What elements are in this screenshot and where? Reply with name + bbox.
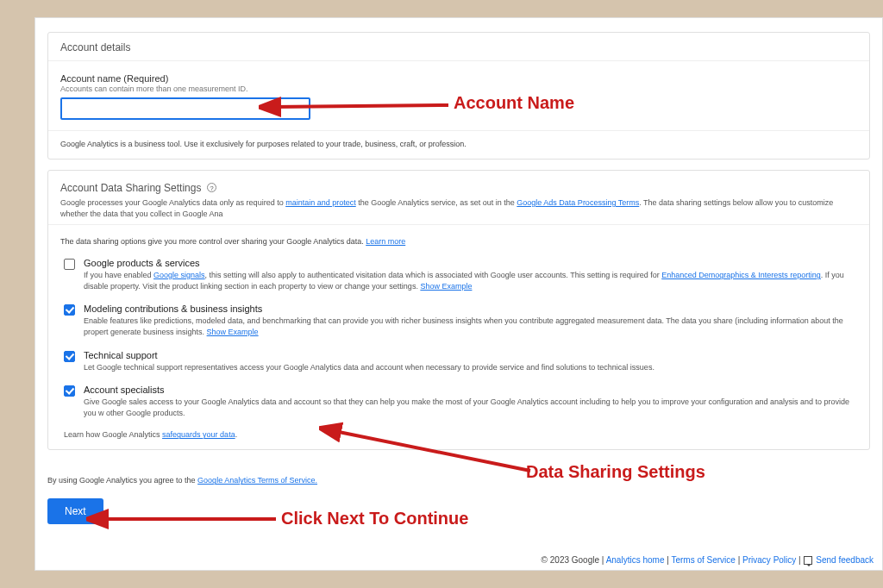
footer-analytics-home[interactable]: Analytics home bbox=[606, 555, 665, 565]
business-tool-disclaimer: Google Analytics is a business tool. Use… bbox=[48, 130, 869, 159]
checkbox-account-specialists[interactable] bbox=[64, 385, 75, 397]
data-sharing-body: The data sharing options give you more c… bbox=[48, 225, 869, 449]
checkbox-google-products[interactable] bbox=[64, 259, 75, 270]
show-example-link[interactable]: Show Example bbox=[207, 328, 259, 336]
option-desc: Enable features like predictions, modele… bbox=[84, 316, 857, 337]
option-content: Modeling contributions & business insigh… bbox=[84, 303, 857, 337]
account-details-panel: Account details Account name (Required) … bbox=[47, 32, 870, 160]
checkbox-modeling[interactable] bbox=[64, 304, 75, 316]
maintain-protect-link[interactable]: maintain and protect bbox=[285, 198, 356, 207]
data-sharing-title: Account Data Sharing Settings bbox=[60, 182, 201, 194]
option-google-products: Google products & services If you have e… bbox=[60, 258, 857, 291]
option-content: Account specialists Give Google sales ac… bbox=[84, 385, 857, 418]
help-icon[interactable]: ? bbox=[207, 183, 216, 192]
option-modeling: Modeling contributions & business insigh… bbox=[60, 303, 857, 337]
feedback-icon bbox=[804, 556, 812, 565]
google-signals-link[interactable]: Google signals bbox=[153, 271, 205, 279]
option-desc: Let Google technical support representat… bbox=[84, 362, 857, 373]
account-name-input[interactable] bbox=[60, 97, 310, 120]
data-sharing-header: Account Data Sharing Settings ? Google p… bbox=[48, 171, 869, 225]
data-sharing-intro: The data sharing options give you more c… bbox=[60, 237, 857, 246]
option-technical-support: Technical support Let Google technical s… bbox=[60, 350, 857, 373]
option-title: Technical support bbox=[84, 350, 857, 360]
safeguards-row: Learn how Google Analytics safeguards yo… bbox=[60, 430, 857, 439]
option-title: Google products & services bbox=[84, 258, 857, 268]
enhanced-demographics-link[interactable]: Enhanced Demographics & Interests report… bbox=[661, 271, 821, 279]
account-name-sublabel: Accounts can contain more than one measu… bbox=[60, 84, 857, 93]
option-desc: If you have enabled Google signals, this… bbox=[84, 270, 857, 291]
footer-send-feedback[interactable]: Send feedback bbox=[816, 555, 874, 565]
terms-of-service-link[interactable]: Google Analytics Terms of Service. bbox=[197, 476, 317, 485]
setup-page: Account details Account name (Required) … bbox=[34, 17, 883, 571]
account-name-label: Account name (Required) bbox=[60, 73, 857, 84]
safeguards-link[interactable]: safeguards your data bbox=[162, 430, 235, 439]
content-area: Account details Account name (Required) … bbox=[35, 18, 882, 543]
next-button[interactable]: Next bbox=[47, 498, 103, 524]
agree-row: By using Google Analytics you agree to t… bbox=[47, 460, 870, 493]
option-account-specialists: Account specialists Give Google sales ac… bbox=[60, 385, 857, 418]
ds-intro-pre: The data sharing options give you more c… bbox=[60, 237, 366, 246]
ds-sub-pre: Google processes your Google Analytics d… bbox=[60, 198, 285, 207]
data-sharing-subtext: Google processes your Google Analytics d… bbox=[60, 197, 857, 219]
data-sharing-panel: Account Data Sharing Settings ? Google p… bbox=[47, 170, 870, 450]
page-footer: © 2023 Google | Analytics home | Terms o… bbox=[35, 555, 874, 565]
account-details-header: Account details bbox=[48, 33, 869, 61]
option-title: Account specialists bbox=[84, 385, 857, 395]
learn-more-link[interactable]: Learn more bbox=[366, 237, 405, 246]
checkbox-technical-support[interactable] bbox=[64, 351, 75, 362]
show-example-link[interactable]: Show Example bbox=[420, 282, 472, 291]
footer-terms[interactable]: Terms of Service bbox=[671, 555, 735, 565]
footer-copyright: © 2023 Google bbox=[542, 555, 599, 565]
data-processing-terms-link[interactable]: Google Ads Data Processing Terms bbox=[517, 198, 639, 207]
option-title: Modeling contributions & business insigh… bbox=[84, 303, 857, 314]
account-details-body: Account name (Required) Accounts can con… bbox=[48, 61, 869, 130]
ds-sub-mid: the Google Analytics service, as set out… bbox=[356, 198, 517, 207]
option-desc: Give Google sales access to your Google … bbox=[84, 397, 857, 418]
option-content: Google products & services If you have e… bbox=[84, 258, 857, 291]
footer-privacy[interactable]: Privacy Policy bbox=[742, 555, 796, 565]
option-content: Technical support Let Google technical s… bbox=[84, 350, 857, 373]
